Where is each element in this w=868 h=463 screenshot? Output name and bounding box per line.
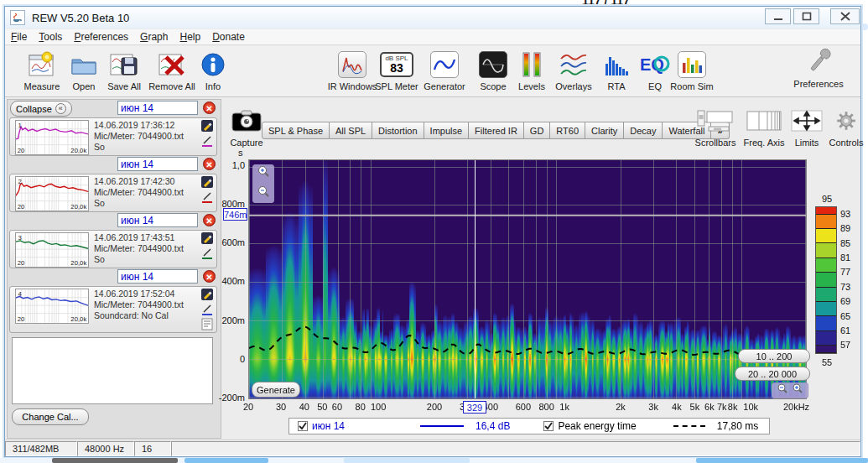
tab-spl-phase[interactable]: SPL & Phase <box>262 122 330 139</box>
scrollbars-toggle[interactable]: Scrollbars <box>689 110 741 148</box>
legend-peak-value: 17,80 ms <box>717 420 758 432</box>
peak-line-sample <box>673 425 705 427</box>
freq-cursor-readout: 329 <box>463 401 486 414</box>
measurement-card-2[interactable]: ✕22020,0k14.06.2019 17:42:30Mic/Meter: 7… <box>9 157 217 212</box>
wrench-icon <box>772 47 865 77</box>
room-sim-button[interactable]: Room Sim <box>660 49 724 91</box>
capture-button[interactable]: Capture <box>228 109 265 148</box>
delete-measurement-button[interactable]: ✕ <box>203 270 216 283</box>
delete-measurement-button[interactable]: ✕ <box>203 158 216 170</box>
freq-axis-toggle[interactable]: Freq. Axis <box>738 110 790 148</box>
tab-filtered-ir[interactable]: Filtered IR <box>469 122 524 139</box>
notes-icon[interactable] <box>200 119 214 133</box>
controls-button[interactable]: Controls <box>827 110 865 148</box>
delete-measurement-button[interactable]: ✕ <box>203 101 216 114</box>
limits-button[interactable]: Limits <box>787 110 827 148</box>
menu-tools[interactable]: Tools <box>33 31 68 43</box>
color-scale-segment <box>816 207 836 215</box>
x-axis-tick: 20 <box>243 402 253 412</box>
menu-preferences[interactable]: Preferences <box>68 31 134 43</box>
measurement-soundcard: So <box>94 254 184 265</box>
svg-text:20,0k: 20,0k <box>70 147 86 154</box>
measurement-date: 14.06.2019 17:43:51 <box>94 232 184 243</box>
trace-style-icon[interactable] <box>200 190 214 204</box>
change-cal-button[interactable]: Change Cal... <box>12 408 89 425</box>
y-axis-tick: 400m <box>221 276 245 286</box>
measurement-name-input[interactable] <box>117 269 198 284</box>
zoom-out-icon[interactable] <box>777 383 788 398</box>
menu-file[interactable]: File <box>5 31 33 43</box>
info-button[interactable]: Info <box>181 49 245 91</box>
measurement-name-input[interactable] <box>117 101 198 115</box>
svg-text:20: 20 <box>18 203 25 211</box>
measurement-name-input[interactable] <box>117 213 198 227</box>
tab-gd[interactable]: GD <box>524 122 551 139</box>
details-icon[interactable] <box>201 318 213 330</box>
preferences-button[interactable]: Preferences <box>772 47 865 89</box>
svg-text:20,0k: 20,0k <box>70 259 86 267</box>
color-scale-segment <box>816 258 836 273</box>
generate-button[interactable]: Generate <box>252 382 300 398</box>
title-bar[interactable]: REW V5.20 Beta 10 <box>5 7 860 29</box>
maximize-button[interactable] <box>793 8 819 24</box>
spectrogram-plot[interactable] <box>248 159 807 399</box>
zoom-in-icon[interactable] <box>792 383 803 398</box>
freq-range-10-200-button[interactable]: 10 .. 200 <box>738 349 810 363</box>
tab-clarity[interactable]: Clarity <box>585 122 624 139</box>
zoom-out-icon[interactable] <box>257 185 270 202</box>
y-axis-tick: -200m <box>219 393 245 403</box>
measurement-info: 14.06.2019 17:42:30Mic/Meter: 7044900.tx… <box>94 176 184 209</box>
trace-style-icon[interactable] <box>200 247 214 260</box>
notes-icon[interactable] <box>200 175 214 189</box>
measurement-card-3[interactable]: ✕32020,0k14.06.2019 17:43:51Mic/Meter: 7… <box>9 213 217 268</box>
graph-tab-bar: SPL & PhaseAll SPLDistortionImpulseFilte… <box>262 122 730 139</box>
measurement-soundcard: So <box>94 198 184 209</box>
menu-donate[interactable]: Donate <box>206 31 251 43</box>
svg-text:20: 20 <box>18 259 25 267</box>
color-scale-min: 55 <box>815 357 839 367</box>
zoom-in-icon[interactable] <box>257 165 270 182</box>
tab-decay[interactable]: Decay <box>624 122 663 139</box>
taskbar-fragment <box>185 458 268 463</box>
peak-energy-checkbox[interactable] <box>543 421 554 431</box>
tab-all-spl[interactable]: All SPL <box>330 122 372 139</box>
measurement-name-input[interactable] <box>117 157 198 171</box>
tab-distortion[interactable]: Distortion <box>372 122 424 139</box>
svg-text:4: 4 <box>18 290 23 298</box>
measurement-body[interactable]: 32020,0k14.06.2019 17:43:51Mic/Meter: 70… <box>9 230 217 268</box>
color-scale-tick: 69 <box>840 296 850 306</box>
x-axis-tick: 600 <box>516 402 531 412</box>
notes-icon[interactable] <box>200 232 214 245</box>
x-axis-tick: 50 <box>317 402 327 412</box>
trace-visible-checkbox[interactable] <box>298 421 308 431</box>
measurement-card-4[interactable]: ✕42020,0k14.06.2019 17:52:04Mic/Meter: 7… <box>9 269 217 333</box>
measurement-thumbnail: 32020,0k <box>15 232 89 268</box>
minimize-button[interactable] <box>765 8 791 24</box>
measurement-body[interactable]: 42020,0k14.06.2019 17:52:04Mic/Meter: 70… <box>9 286 217 333</box>
measurement-notes-area[interactable] <box>12 337 213 404</box>
notes-icon[interactable] <box>200 288 214 301</box>
svg-text:1: 1 <box>18 122 22 129</box>
measurement-date: 14.06.2019 17:42:30 <box>94 176 184 187</box>
tab-rt60[interactable]: RT60 <box>550 122 585 139</box>
close-button[interactable] <box>830 8 860 24</box>
y-axis-unit: s <box>238 148 243 158</box>
measurement-mic: Mic/Meter: 7044900.txt <box>94 299 184 310</box>
color-scale-segment <box>816 288 836 302</box>
freq-range-20-20000-button[interactable]: 20 .. 20 000 <box>735 367 810 381</box>
taskbar-fragment <box>344 458 470 463</box>
measurement-body[interactable]: 22020,0k14.06.2019 17:42:30Mic/Meter: 70… <box>9 174 217 212</box>
menu-graph[interactable]: Graph <box>134 31 174 43</box>
trace-style-icon[interactable] <box>200 303 214 316</box>
measurement-card-1[interactable]: ✕12020,0k14.06.2019 17:36:12Mic/Meter: 7… <box>9 101 217 156</box>
menu-help[interactable]: Help <box>174 31 206 43</box>
app-icon <box>10 10 25 25</box>
measurement-body[interactable]: 12020,0k14.06.2019 17:36:12Mic/Meter: 70… <box>9 117 217 156</box>
taskbar-fragment <box>52 458 178 463</box>
trace-style-icon[interactable] <box>200 134 214 148</box>
tab-impulse[interactable]: Impulse <box>424 122 470 139</box>
delete-measurement-button[interactable]: ✕ <box>203 214 216 226</box>
measurement-thumbnail: 12020,0k <box>15 120 89 155</box>
color-scale-tick: 77 <box>840 267 850 277</box>
svg-text:20,0k: 20,0k <box>70 315 86 323</box>
